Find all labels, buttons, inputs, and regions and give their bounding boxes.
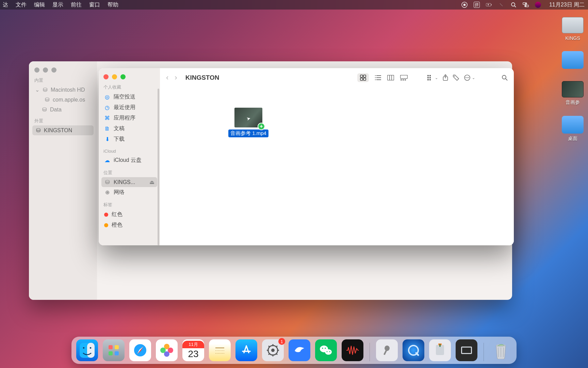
back-sidebar: 内置 ⌄⛁Macintosh HD ⛁com.apple.os ⛁Data 外置… xyxy=(29,61,97,300)
view-list-button[interactable] xyxy=(375,75,381,80)
svg-rect-46 xyxy=(109,345,113,349)
desktop-folder-2[interactable]: 桌面 xyxy=(559,116,586,142)
menu-go[interactable]: 前往 xyxy=(71,1,82,9)
sidebar-network[interactable]: ⊕网络 xyxy=(101,187,157,198)
svg-line-41 xyxy=(506,79,507,80)
svg-rect-49 xyxy=(115,351,119,355)
desktop-video-label: 音画参 xyxy=(559,99,586,106)
stop-record-icon[interactable] xyxy=(461,2,468,8)
section-tags: 标签 xyxy=(103,202,157,208)
file-name-label[interactable]: 音画参考 1.mp4 xyxy=(228,129,268,137)
close-button[interactable] xyxy=(103,74,109,79)
back-section-internal: 内置 xyxy=(34,77,94,83)
desktop-icons: KINGS 音画参 桌面 xyxy=(557,17,588,142)
dock-launchpad[interactable] xyxy=(103,339,125,361)
svg-rect-29 xyxy=(427,77,429,78)
sidebar-tag-orange[interactable]: 橙色 xyxy=(101,220,157,230)
minimize-button[interactable] xyxy=(112,74,117,79)
search-button[interactable] xyxy=(502,75,508,81)
menu-window[interactable]: 窗口 xyxy=(89,1,100,9)
sidebar-documents[interactable]: 🗎文稿 xyxy=(101,123,157,134)
app-menu[interactable]: 达 xyxy=(3,1,8,9)
desktop-video[interactable]: 音画参 xyxy=(559,81,586,106)
back-item-kingston[interactable]: ⛁KINGSTON xyxy=(32,125,94,135)
dock-calendar[interactable]: 11月 23 xyxy=(182,339,204,361)
file-item[interactable]: ➤ + 音画参考 1.mp4 xyxy=(228,108,269,137)
menu-view[interactable]: 显示 xyxy=(52,1,63,9)
dock-settings[interactable]: 1 xyxy=(262,339,284,361)
dock-notes[interactable] xyxy=(209,339,231,361)
dock-finder[interactable] xyxy=(76,339,98,361)
back-minimize-button[interactable] xyxy=(43,67,48,73)
desktop-drive[interactable]: KINGS xyxy=(559,17,586,41)
svg-point-9 xyxy=(525,5,526,7)
disk-icon: ⛁ xyxy=(44,96,50,103)
nav-back-button[interactable]: ‹ xyxy=(166,73,168,82)
input-method-icon[interactable]: 拼 xyxy=(474,2,480,8)
sidebar-tag-red[interactable]: 红色 xyxy=(101,209,157,220)
user-icon[interactable] xyxy=(535,2,541,8)
front-main: ‹ › KINGSTON xyxy=(160,68,514,245)
menu-edit[interactable]: 编辑 xyxy=(34,1,45,9)
sidebar-airdrop[interactable]: ◎隔空投送 xyxy=(101,92,157,102)
svg-point-75 xyxy=(327,351,328,352)
dock-app-util[interactable] xyxy=(376,339,398,361)
bluetooth-off-icon[interactable]: ⟍ xyxy=(498,2,504,8)
spotlight-icon[interactable] xyxy=(510,2,517,8)
doc-icon: 🗎 xyxy=(104,126,110,132)
sidebar-kingston[interactable]: ⛁KINGS...⏏ xyxy=(101,177,157,187)
dock-trash[interactable] xyxy=(490,339,512,361)
view-columns-button[interactable] xyxy=(387,75,394,80)
view-icons-button[interactable] xyxy=(357,73,369,82)
svg-rect-48 xyxy=(109,351,113,355)
svg-point-76 xyxy=(329,351,330,352)
back-section-external: 外置 xyxy=(34,118,94,124)
back-item-data[interactable]: ⛁Data xyxy=(32,105,94,114)
svg-point-62 xyxy=(271,349,275,352)
menu-help[interactable]: 帮助 xyxy=(108,1,118,9)
battery-icon[interactable] xyxy=(486,2,492,8)
finder-window-front[interactable]: 个人收藏 ◎隔空投送 ◷最近使用 ⌘应用程序 🗎文稿 ⬇下载 iCloud ☁i… xyxy=(99,68,514,245)
settings-badge: 1 xyxy=(278,338,285,345)
share-button[interactable] xyxy=(443,74,448,81)
sidebar-recents[interactable]: ◷最近使用 xyxy=(101,102,157,113)
section-favorites: 个人收藏 xyxy=(103,84,157,90)
back-item-mac-hd[interactable]: ⌄⛁Macintosh HD xyxy=(32,85,94,95)
menubar-datetime[interactable]: 11月23日 周二 xyxy=(549,1,585,9)
back-zoom-button[interactable] xyxy=(51,67,56,73)
sidebar-scrollbar[interactable] xyxy=(158,89,159,245)
external-disk-icon: ⛁ xyxy=(104,179,110,185)
eject-icon[interactable]: ⏏ xyxy=(149,179,154,185)
back-item-comapple[interactable]: ⛁com.apple.os xyxy=(32,95,94,105)
dock-voicememo[interactable] xyxy=(342,339,363,361)
dock-appstore[interactable] xyxy=(235,339,257,361)
zoom-button[interactable] xyxy=(120,74,126,79)
dock-safari[interactable] xyxy=(129,339,151,361)
cloud-icon: ☁ xyxy=(104,157,110,164)
svg-point-4 xyxy=(511,3,515,6)
tag-button[interactable] xyxy=(453,75,459,81)
control-center-icon[interactable] xyxy=(523,2,529,8)
sidebar-icloud-drive[interactable]: ☁iCloud 云盘 xyxy=(101,155,157,166)
dock: 11月 23 1 xyxy=(71,337,517,364)
dock-feishu[interactable] xyxy=(289,339,310,361)
more-actions-button[interactable]: ⌄ xyxy=(464,74,475,81)
clock-icon: ◷ xyxy=(104,104,110,111)
svg-rect-28 xyxy=(429,75,431,76)
svg-rect-12 xyxy=(360,78,363,80)
desktop-folder-1[interactable] xyxy=(559,51,586,71)
dock-wechat[interactable] xyxy=(315,339,337,361)
dock-app-reader[interactable] xyxy=(456,339,477,361)
dock-photos[interactable] xyxy=(156,339,178,361)
sidebar-applications[interactable]: ⌘应用程序 xyxy=(101,113,157,123)
file-area[interactable]: ➤ + 音画参考 1.mp4 xyxy=(160,87,514,245)
group-by-button[interactable]: ⌄ xyxy=(427,75,438,80)
svg-point-17 xyxy=(375,75,376,76)
back-close-button[interactable] xyxy=(34,67,39,73)
view-gallery-button[interactable] xyxy=(400,75,408,80)
menu-file[interactable]: 文件 xyxy=(16,1,27,9)
nav-forward-button[interactable]: › xyxy=(175,73,177,82)
sidebar-downloads[interactable]: ⬇下载 xyxy=(101,134,157,144)
dock-quicktime[interactable] xyxy=(403,339,424,361)
dock-diskutil[interactable] xyxy=(429,339,451,361)
